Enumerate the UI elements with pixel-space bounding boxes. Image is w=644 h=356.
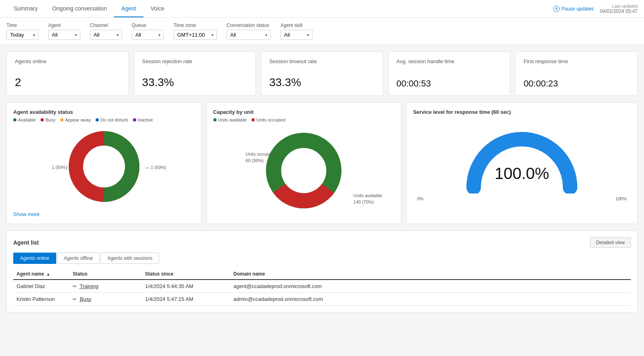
kpi-first-response-time: First response time 00:00:23 [515, 51, 638, 96]
legend-available-label: Available [18, 117, 36, 122]
filter-time: Time Today [6, 23, 39, 40]
agent-list-tabs: Agents online Agents offline Agents with… [13, 253, 631, 264]
filter-timezone-select-wrapper: GMT+11:00 [174, 30, 217, 40]
filter-channel-select[interactable]: All [90, 30, 122, 40]
col-header-status: Status [70, 269, 142, 280]
filters-bar: Time Today Agent All Channel All Queue A… [0, 18, 644, 45]
filter-agent-skill-select[interactable]: All [280, 30, 313, 40]
filter-channel-label: Channel [90, 23, 122, 28]
tab-summary[interactable]: Summary [6, 0, 45, 17]
donut-label-right: — 1 (50%) [145, 165, 166, 170]
agent-availability-donut-svg [56, 126, 152, 207]
capacity-label-available: Units available140 (70%) [354, 193, 382, 205]
kpi-session-timeout-title: Session timeout rate [269, 58, 375, 64]
kpi-avg-handle-time: Avg. session handle time 00:00:53 [388, 51, 511, 96]
pause-updates-label: Pause updates [562, 6, 594, 12]
kpi-session-timeout-value: 33.3% [269, 76, 375, 89]
filter-conversation-status-select[interactable]: All [227, 30, 271, 40]
kpi-session-rejection-title: Session rejection rate [142, 58, 248, 64]
svg-point-2 [83, 146, 125, 187]
show-more-text[interactable]: Show more [13, 211, 40, 217]
filter-agent: Agent All [48, 23, 80, 40]
agent-since-kristin: 1/4/2024 5:47:15 AM [142, 293, 230, 306]
tab-agents-offline[interactable]: Agents offline [57, 253, 100, 264]
kpi-agents-online-value: 2 [15, 76, 121, 89]
agent-name-gabriel: Gabriel Diaz [13, 280, 70, 293]
filter-timezone-label: Time zone [174, 23, 217, 28]
pause-updates-button[interactable]: ⏸ Pause updates [553, 6, 594, 12]
agent-table-header-row: Agent name ▲ Status Status since Domain … [13, 269, 631, 280]
legend-dnd-label: Do not disturb [100, 117, 128, 122]
capacity-donut-svg [247, 126, 360, 215]
agent-list-title: Agent list [13, 239, 39, 246]
agent-availability-donut-wrapper: 1 (50%) — 1 (50%) [56, 126, 152, 208]
tab-voice[interactable]: Voice [143, 0, 172, 17]
filter-conversation-status-select-wrapper: All [227, 30, 271, 40]
filter-timezone: Time zone GMT+11:00 [174, 23, 217, 40]
tab-agents-online[interactable]: Agents online [13, 253, 56, 264]
detailed-view-button[interactable]: Detailed view [590, 237, 631, 248]
main-content: Agents online 2 Session rejection rate 3… [0, 45, 644, 319]
table-row: Kristin Patterson ✏ Busy 1/4/2024 5:47:1… [13, 293, 631, 306]
filter-agent-skill-label: Agent skill [280, 23, 313, 28]
filter-queue-label: Queue [132, 23, 164, 28]
edit-icon-gabriel[interactable]: ✏ [73, 284, 77, 289]
capacity-legend-available-label: Units available [218, 117, 247, 122]
kpi-agents-online: Agents online 2 [6, 51, 129, 96]
filter-queue-select-wrapper: All [132, 30, 164, 40]
tab-agents-with-sessions[interactable]: Agents with sessions [100, 253, 159, 264]
kpi-row: Agents online 2 Session rejection rate 3… [6, 51, 638, 96]
charts-row: Agent availability status Available Busy… [6, 102, 638, 224]
capacity-legend-available-dot [213, 118, 217, 121]
table-row: Gabriel Diaz ✏ Training 1/4/2024 5:44:35… [13, 280, 631, 293]
show-more-link[interactable]: Show more [13, 208, 195, 217]
agent-availability-legend: Available Busy Appear away Do not distur… [13, 117, 195, 122]
nav-tabs: Summary Ongoing conversation Agent Voice [6, 0, 172, 17]
filter-agent-select-wrapper: All [48, 30, 80, 40]
agent-status-kristin: ✏ Busy [70, 293, 142, 306]
filter-time-label: Time [6, 23, 39, 28]
tab-ongoing-conversation[interactable]: Ongoing conversation [45, 0, 114, 17]
edit-icon-kristin[interactable]: ✏ [73, 296, 77, 302]
capacity-legend-occupied: Units occupied [251, 117, 285, 122]
legend-busy: Busy [41, 117, 55, 122]
agent-domain-kristin: admin@ccadadeprod.onmicrosoft.com [230, 293, 631, 306]
filter-time-select-wrapper: Today [6, 30, 39, 40]
filter-time-select[interactable]: Today [6, 30, 39, 40]
capacity-legend-occupied-label: Units occupied [256, 117, 285, 122]
sort-icon-agent-name[interactable]: ▲ [46, 272, 50, 276]
legend-appear-away-label: Appear away [65, 117, 91, 122]
capacity-legend-available: Units available [213, 117, 247, 122]
legend-dnd-dot [96, 118, 99, 121]
capacity-legend: Units available Units occupied [213, 117, 395, 122]
filter-channel-select-wrapper: All [90, 30, 122, 40]
capacity-donut-wrapper: Units occupied60 (30%) Units available14… [247, 126, 360, 216]
legend-inactive-label: Inactive [138, 117, 153, 122]
kpi-session-rejection-value: 33.3% [142, 76, 248, 89]
agent-name-kristin: Kristin Patterson [13, 293, 70, 306]
gauge-labels: 0% 100% [413, 196, 631, 201]
col-header-status-since: Status since [142, 269, 230, 280]
filter-agent-skill: Agent skill All [280, 23, 313, 40]
kpi-avg-handle-time-title: Avg. session handle time [397, 58, 502, 64]
agent-table: Agent name ▲ Status Status since Domain … [13, 269, 631, 306]
donut-label-left: 1 (50%) [52, 165, 67, 170]
filter-channel: Channel All [90, 23, 122, 40]
legend-appear-away-dot [60, 118, 63, 121]
filter-queue-select[interactable]: All [132, 30, 164, 40]
agent-domain-gabriel: agent@ccadadeprod.onmicrosoft.com [230, 280, 631, 293]
legend-do-not-disturb: Do not disturb [96, 117, 128, 122]
tab-agent[interactable]: Agent [114, 0, 143, 17]
filter-conversation-status-label: Conversation status [227, 23, 271, 28]
capacity-legend-occupied-dot [251, 118, 255, 121]
capacity-title: Capacity by unit [213, 109, 395, 115]
nav-right-area: ⏸ Pause updates Last updated 04/01/2024 … [553, 4, 638, 14]
legend-available-dot [13, 118, 16, 121]
filter-timezone-select[interactable]: GMT+11:00 [174, 30, 217, 40]
col-header-domain: Domain name [230, 269, 631, 280]
kpi-session-rejection: Session rejection rate 33.3% [134, 51, 256, 96]
filter-agent-select[interactable]: All [48, 30, 80, 40]
agent-availability-chart: Agent availability status Available Busy… [6, 102, 202, 224]
agent-availability-title: Agent availability status [13, 109, 195, 115]
legend-available: Available [13, 117, 36, 122]
